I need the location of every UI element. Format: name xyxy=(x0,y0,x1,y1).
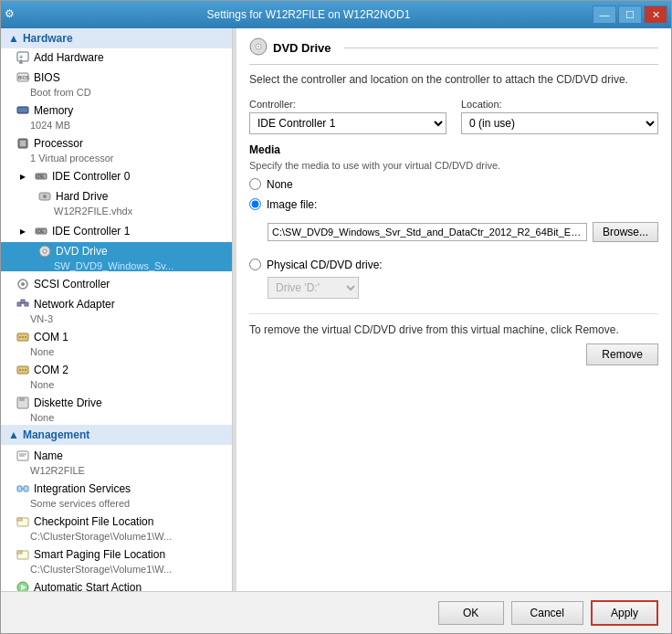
radio-image-row: Image file: xyxy=(249,198,658,211)
svg-point-34 xyxy=(19,369,21,371)
svg-point-30 xyxy=(19,336,21,338)
dvd-icon xyxy=(37,244,52,259)
remove-button[interactable]: Remove xyxy=(586,343,658,365)
network-label: Network Adapter xyxy=(34,298,115,311)
svg-rect-13 xyxy=(20,141,26,146)
name-sub: W12R2FILE xyxy=(1,465,232,476)
sidebar-item-auto-start: Automatic Start Action None xyxy=(1,576,232,591)
management-chevron-icon: ▲ xyxy=(8,428,19,441)
svg-point-17 xyxy=(43,195,47,198)
radio-physical[interactable] xyxy=(249,259,261,270)
sidebar-item-hard-drive: Hard Drive W12R2FILE.vhdx xyxy=(1,185,232,218)
sidebar-item-smart-paging: Smart Paging File Location C:\ClusterSto… xyxy=(1,544,232,576)
location-select[interactable]: 0 (in use) xyxy=(461,112,658,134)
minimize-button[interactable]: — xyxy=(593,5,616,24)
sidebar-item-name: Name W12R2FILE xyxy=(1,445,232,478)
radio-none-row: None xyxy=(249,178,658,191)
remove-description: To remove the virtual CD/DVD drive from … xyxy=(249,323,658,336)
hardware-section-label: Hardware xyxy=(23,32,73,45)
image-file-input[interactable] xyxy=(268,223,587,241)
media-section: Media Specify the media to use with your… xyxy=(249,143,658,299)
panel-title-text: DVD Drive xyxy=(273,41,331,55)
com1-sub: None xyxy=(1,346,232,357)
ide1-expand-icon: ▸ xyxy=(16,224,30,238)
sidebar-item-scsi[interactable]: SCSI Controller xyxy=(1,275,232,293)
cancel-button[interactable]: Cancel xyxy=(511,601,583,625)
controller-select[interactable]: IDE Controller 1 xyxy=(249,112,446,134)
auto-start-icon xyxy=(16,580,30,591)
dvd-drive-title-icon xyxy=(249,37,268,58)
hard-drive-sub: W12R2FILE.vhdx xyxy=(1,206,232,217)
add-hardware-icon: + xyxy=(16,50,30,65)
processor-label: Processor xyxy=(34,137,83,150)
physical-label-row: Physical CD/DVD drive: xyxy=(249,259,658,271)
window-title: Settings for W12R2FILE on W12R2NOD1 xyxy=(25,8,593,21)
svg-rect-49 xyxy=(17,551,22,554)
checkpoint-sub: C:\ClusterStorage\Volume1\W... xyxy=(1,531,232,542)
controller-label: Controller: xyxy=(249,99,446,110)
sidebar-item-processor: Processor 1 Virtual processor xyxy=(1,132,232,165)
integration-label: Integration Services xyxy=(34,482,131,495)
ide0-label: IDE Controller 0 xyxy=(52,170,130,183)
sidebar-item-diskette: Diskette Drive None xyxy=(1,392,232,425)
svg-point-32 xyxy=(25,336,26,338)
network-sub: VN-3 xyxy=(1,313,232,324)
titlebar: ⚙ Settings for W12R2FILE on W12R2NOD1 — … xyxy=(1,1,671,28)
svg-rect-47 xyxy=(17,518,22,521)
hardware-chevron-icon: ▲ xyxy=(8,32,19,45)
ide0-icon: IDE xyxy=(34,169,48,184)
radio-image-label[interactable]: Image file: xyxy=(267,198,317,211)
svg-text:IDE: IDE xyxy=(37,228,45,234)
bottom-bar: OK Cancel Apply xyxy=(1,591,671,633)
browse-button[interactable]: Browse... xyxy=(593,222,658,242)
apply-button[interactable]: Apply xyxy=(591,600,658,626)
bios-label: BIOS xyxy=(34,71,60,84)
svg-point-31 xyxy=(22,336,24,338)
bios-sub: Boot from CD xyxy=(1,87,232,98)
hardware-section-header[interactable]: ▲ Hardware xyxy=(1,28,232,48)
svg-rect-44 xyxy=(24,486,28,491)
sidebar-item-checkpoint: Checkpoint File Location C:\ClusterStora… xyxy=(1,511,232,544)
sidebar-item-memory: Memory 1024 MB xyxy=(1,100,232,132)
name-label: Name xyxy=(34,449,63,462)
svg-point-56 xyxy=(257,46,259,48)
hard-drive-icon xyxy=(37,189,52,204)
radio-none-label[interactable]: None xyxy=(267,178,293,191)
checkpoint-label: Checkpoint File Location xyxy=(34,515,153,528)
location-label: Location: xyxy=(461,99,658,110)
add-hardware-label: Add Hardware xyxy=(34,51,104,64)
drive-select-wrap: Drive 'D:' xyxy=(268,277,658,299)
main-window: ⚙ Settings for W12R2FILE on W12R2NOD1 — … xyxy=(0,0,672,634)
svg-text:BIOS: BIOS xyxy=(18,75,29,80)
svg-text:IDE: IDE xyxy=(37,174,45,179)
radio-none[interactable] xyxy=(249,178,261,190)
svg-point-35 xyxy=(22,369,24,371)
sidebar-item-com1: COM 1 None xyxy=(1,326,232,359)
sidebar-item-bios: BIOS BIOS Boot from CD xyxy=(1,67,232,100)
panel-description: Select the controller and location on th… xyxy=(249,72,658,88)
processor-icon xyxy=(16,136,30,151)
memory-label: Memory xyxy=(34,104,73,117)
right-panel: DVD Drive Select the controller and loca… xyxy=(236,28,671,591)
image-file-row: Browse... xyxy=(268,222,658,242)
sidebar-item-add-hardware[interactable]: + Add Hardware xyxy=(1,48,232,67)
restore-button[interactable]: ☐ xyxy=(618,5,642,24)
remove-section: To remove the virtual CD/DVD drive from … xyxy=(249,313,658,336)
svg-rect-39 xyxy=(25,398,26,400)
physical-drive-select[interactable]: Drive 'D:' xyxy=(268,277,359,299)
media-radio-group: None Image file: Browse... xyxy=(249,178,658,299)
management-section-header[interactable]: ▲ Management xyxy=(1,425,232,445)
close-button[interactable]: ✕ xyxy=(644,5,667,24)
physical-drive-section: Physical CD/DVD drive: Drive 'D:' xyxy=(249,259,658,299)
com2-icon xyxy=(16,363,30,377)
ok-button[interactable]: OK xyxy=(438,601,504,625)
radio-image[interactable] xyxy=(249,198,261,210)
com1-icon xyxy=(16,330,30,344)
controller-location-row: Controller: IDE Controller 1 Location: 0… xyxy=(249,99,658,134)
controller-group: Controller: IDE Controller 1 xyxy=(249,99,446,134)
media-title: Media xyxy=(249,143,658,156)
radio-physical-label[interactable]: Physical CD/DVD drive: xyxy=(267,259,383,271)
auto-start-label: Automatic Start Action xyxy=(34,581,142,591)
dvd-label: DVD Drive xyxy=(56,245,108,258)
panel-title-row: DVD Drive xyxy=(249,37,658,65)
